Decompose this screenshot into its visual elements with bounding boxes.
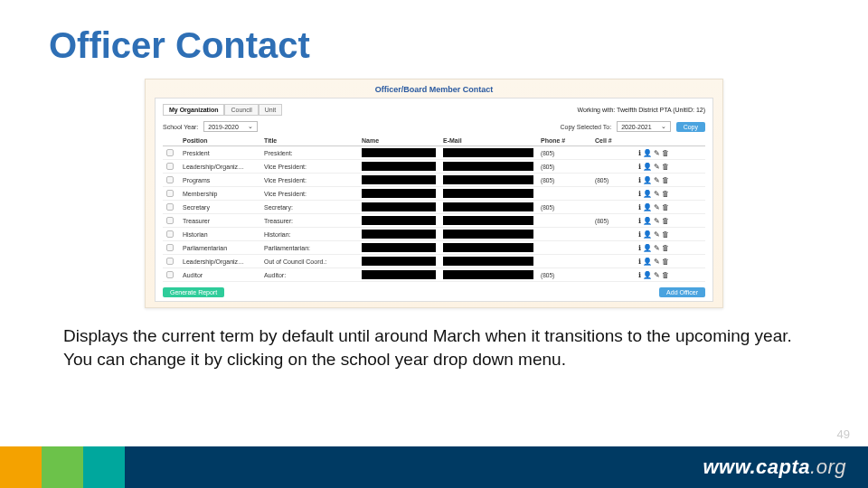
edit-icon[interactable]: ✎ (654, 271, 660, 279)
info-icon[interactable]: ℹ (638, 190, 641, 198)
cell-name (358, 241, 439, 255)
row-checkbox[interactable] (166, 203, 174, 211)
user-icon[interactable]: 👤 (643, 258, 652, 266)
cell-phone (537, 214, 591, 228)
cell-email (439, 241, 537, 255)
table-row: PresidentPresident:(805)ℹ👤✎🗑 (163, 146, 705, 160)
row-checkbox[interactable] (166, 230, 174, 238)
edit-icon[interactable]: ✎ (654, 176, 660, 184)
delete-icon[interactable]: 🗑 (662, 258, 669, 266)
edit-icon[interactable]: ✎ (654, 149, 660, 157)
cell-position: Parliamentarian (179, 241, 260, 255)
officers-table: Position Title Name E-Mail Phone # Cell … (163, 136, 705, 282)
cell-position: Auditor (179, 268, 260, 282)
info-icon[interactable]: ℹ (638, 230, 641, 239)
table-row: AuditorAuditor:(805)ℹ👤✎🗑 (163, 268, 705, 282)
cell-title: Treasurer: (260, 214, 358, 228)
row-checkbox[interactable] (166, 244, 174, 251)
user-icon[interactable]: 👤 (643, 230, 652, 239)
redacted-block (362, 148, 436, 157)
info-icon[interactable]: ℹ (638, 203, 641, 211)
screenshot-panel: Officer/Board Member Contact My Organiza… (145, 79, 723, 308)
table-row: HistorianHistorian:ℹ👤✎🗑 (163, 228, 705, 241)
info-icon[interactable]: ℹ (638, 176, 641, 184)
add-officer-button[interactable]: Add Officer (659, 287, 705, 297)
info-icon[interactable]: ℹ (638, 271, 641, 279)
delete-icon[interactable]: 🗑 (662, 190, 669, 198)
user-icon[interactable]: 👤 (643, 149, 652, 157)
redacted-block (362, 162, 436, 171)
edit-icon[interactable]: ✎ (654, 163, 660, 171)
copy-year-select[interactable]: 2020-2021 ⌄ (617, 121, 670, 132)
tab-my-organization[interactable]: My Organization (163, 104, 224, 116)
cell-title: President: (260, 146, 358, 160)
edit-icon[interactable]: ✎ (654, 190, 660, 198)
cell-actions: ℹ👤✎🗑 (635, 214, 705, 228)
user-icon[interactable]: 👤 (643, 217, 652, 225)
cell-title: Vice President: (260, 187, 358, 201)
info-icon[interactable]: ℹ (638, 149, 641, 157)
redacted-block (362, 202, 436, 211)
redacted-block (443, 270, 533, 279)
table-row: ProgramsVice President:(805)(805)ℹ👤✎🗑 (163, 174, 705, 187)
row-checkbox[interactable] (166, 190, 174, 197)
info-icon[interactable]: ℹ (638, 217, 641, 225)
info-icon[interactable]: ℹ (638, 244, 641, 252)
info-icon[interactable]: ℹ (638, 163, 641, 171)
edit-icon[interactable]: ✎ (654, 217, 660, 225)
row-checkbox[interactable] (166, 258, 174, 265)
edit-icon[interactable]: ✎ (654, 244, 660, 252)
row-checkbox[interactable] (166, 217, 174, 224)
cell-name (358, 174, 439, 187)
generate-report-button[interactable]: Generate Report (163, 287, 224, 297)
row-checkbox[interactable] (166, 271, 174, 278)
cell-title: Historian: (260, 228, 358, 241)
delete-icon[interactable]: 🗑 (662, 217, 669, 225)
delete-icon[interactable]: 🗑 (662, 149, 669, 157)
user-icon[interactable]: 👤 (643, 190, 652, 198)
cell-phone: (805) (537, 146, 591, 160)
cell-title: Vice President: (260, 174, 358, 187)
user-icon[interactable]: 👤 (643, 176, 652, 184)
cell-actions: ℹ👤✎🗑 (635, 201, 705, 214)
cell-name (358, 214, 439, 228)
table-row: ParliamentarianParliamentarian:ℹ👤✎🗑 (163, 241, 705, 255)
info-icon[interactable]: ℹ (638, 258, 641, 266)
cell-cell (591, 146, 635, 160)
redacted-block (443, 175, 533, 184)
redacted-block (362, 175, 436, 184)
redacted-block (443, 148, 533, 157)
delete-icon[interactable]: 🗑 (662, 176, 669, 184)
edit-icon[interactable]: ✎ (654, 203, 660, 211)
tab-council[interactable]: Council (224, 104, 258, 116)
row-checkbox[interactable] (166, 176, 174, 183)
cell-phone (537, 255, 591, 268)
cell-name (358, 187, 439, 201)
cell-actions: ℹ👤✎🗑 (635, 174, 705, 187)
cell-position: Secretary (179, 201, 260, 214)
table-row: Leadership/Organiz…Out of Council Coord.… (163, 255, 705, 268)
copy-year-value: 2020-2021 (621, 124, 651, 130)
cell-name (358, 146, 439, 160)
delete-icon[interactable]: 🗑 (662, 230, 669, 239)
copy-button[interactable]: Copy (676, 122, 705, 132)
user-icon[interactable]: 👤 (643, 271, 652, 279)
footer-url-suffix: .org (810, 455, 846, 478)
delete-icon[interactable]: 🗑 (662, 163, 669, 171)
user-icon[interactable]: 👤 (643, 244, 652, 252)
table-row: Leadership/Organiz…Vice President:(805)ℹ… (163, 160, 705, 174)
edit-icon[interactable]: ✎ (654, 258, 660, 266)
delete-icon[interactable]: 🗑 (662, 271, 669, 279)
user-icon[interactable]: 👤 (643, 163, 652, 171)
row-checkbox[interactable] (166, 149, 174, 156)
edit-icon[interactable]: ✎ (654, 230, 660, 239)
delete-icon[interactable]: 🗑 (662, 203, 669, 211)
delete-icon[interactable]: 🗑 (662, 244, 669, 252)
tab-unit[interactable]: Unit (259, 104, 282, 116)
cell-cell (591, 160, 635, 174)
school-year-select[interactable]: 2019-2020 ⌄ (203, 121, 257, 132)
user-icon[interactable]: 👤 (643, 203, 652, 211)
cell-email (439, 255, 537, 268)
row-checkbox[interactable] (166, 163, 174, 170)
col-name: Name (358, 136, 439, 146)
